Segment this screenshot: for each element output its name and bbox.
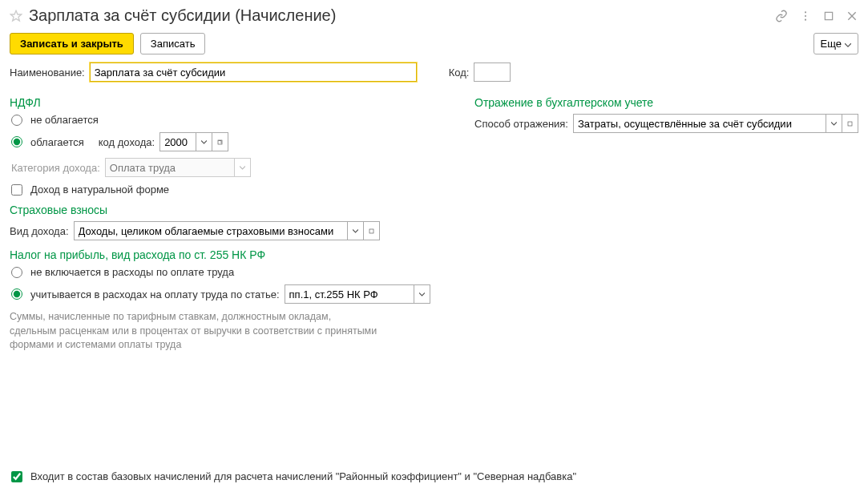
ndfl-taxed-label: облагается (30, 136, 84, 148)
reflection-method-dropdown-button[interactable] (826, 115, 842, 132)
profit-tax-excluded-label: не включается в расходы по оплате труда (30, 266, 234, 278)
svg-marker-0 (10, 10, 21, 21)
income-code-label: код дохода: (99, 136, 155, 148)
natural-income-checkbox[interactable] (11, 184, 22, 196)
base-accrual-checkbox[interactable] (11, 471, 22, 482)
income-kind-dropdown-button[interactable] (347, 222, 363, 240)
svg-point-1 (805, 11, 806, 13)
reflection-method-open-button[interactable] (842, 115, 858, 132)
chevron-down-icon (845, 38, 851, 50)
code-input[interactable] (474, 63, 511, 82)
ndfl-not-taxed-radio[interactable] (11, 115, 22, 126)
income-code-open-button[interactable] (212, 133, 228, 151)
income-kind-open-button[interactable] (363, 222, 379, 240)
base-accrual-label: Входит в состав базовых начислений для р… (30, 470, 576, 482)
income-code-dropdown-button[interactable] (196, 133, 212, 151)
income-category-label: Категория дохода: (11, 162, 100, 174)
profit-tax-hint: Суммы, начисленные по тарифным ставкам, … (10, 310, 378, 353)
name-label: Наименование: (10, 67, 85, 79)
reflection-method-input[interactable] (574, 115, 826, 132)
income-category-input (106, 159, 234, 176)
page-title: Зарплата за счёт субсидии (Начисление) (29, 6, 775, 25)
section-accounting-title: Отражение в бухгалтерском учете (474, 96, 858, 109)
favorite-star-icon[interactable] (10, 10, 22, 22)
save-button[interactable]: Записать (140, 33, 206, 54)
svg-point-3 (805, 18, 806, 20)
profit-tax-included-radio[interactable] (11, 288, 22, 300)
more-button[interactable]: Еще (813, 33, 858, 54)
maximize-icon[interactable] (823, 10, 834, 22)
income-kind-input[interactable] (75, 222, 347, 240)
close-icon[interactable] (846, 10, 858, 22)
code-label: Код: (449, 67, 470, 79)
save-and-close-button[interactable]: Записать и закрыть (10, 33, 134, 54)
svg-point-2 (805, 14, 806, 16)
kebab-menu-icon[interactable] (799, 10, 812, 22)
profit-tax-included-label: учитывается в расходах на оплату труда п… (30, 288, 280, 300)
ndfl-taxed-radio[interactable] (11, 136, 22, 147)
section-insurance-title: Страховые взносы (10, 204, 442, 216)
svg-rect-8 (369, 229, 373, 233)
more-button-label: Еще (821, 38, 842, 50)
income-category-dropdown-button (234, 159, 250, 176)
profit-tax-article-dropdown-button[interactable] (414, 285, 430, 303)
link-icon[interactable] (775, 10, 788, 22)
section-profit-tax-title: Налог на прибыль, вид расхода по ст. 255… (10, 248, 442, 261)
name-input[interactable] (90, 63, 417, 82)
income-code-input[interactable] (160, 133, 196, 151)
profit-tax-excluded-radio[interactable] (11, 267, 22, 278)
svg-rect-4 (825, 12, 832, 19)
reflection-method-label: Способ отражения: (474, 118, 568, 130)
profit-tax-article-input[interactable] (285, 285, 414, 303)
section-ndfl-title: НДФЛ (10, 96, 442, 109)
income-kind-label: Вид дохода: (10, 225, 69, 237)
natural-income-label: Доход в натуральной форме (30, 183, 169, 196)
svg-rect-9 (848, 122, 852, 126)
ndfl-not-taxed-label: не облагается (30, 114, 99, 126)
